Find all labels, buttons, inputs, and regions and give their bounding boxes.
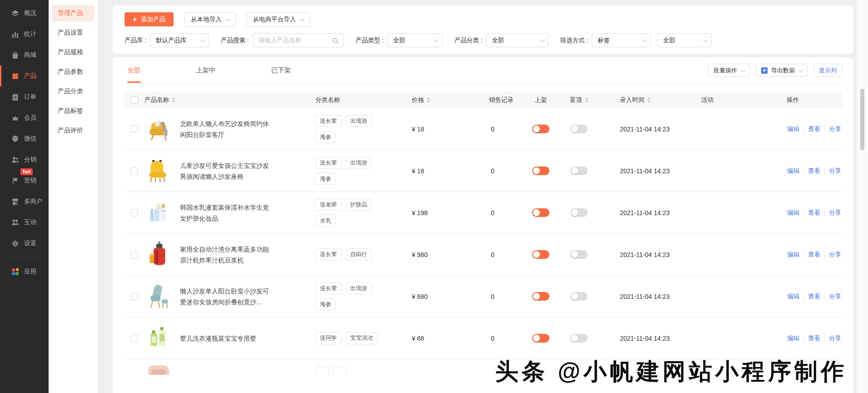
sidebar-item[interactable]: 多商户 — [0, 191, 49, 212]
export-icon — [761, 67, 768, 74]
submenu-item[interactable]: 管理产品 — [52, 5, 94, 21]
sidebar-item[interactable]: 应用 — [0, 261, 49, 282]
sidebar-item[interactable]: 设置 — [0, 233, 49, 254]
row-action-edit[interactable]: 编辑 — [787, 209, 799, 217]
submenu-item[interactable]: 产品参数 — [52, 64, 94, 80]
row-checkbox[interactable] — [131, 167, 138, 175]
library-select[interactable]: 默认产品库 — [150, 33, 209, 47]
row-action-view[interactable]: 查看 — [808, 334, 820, 343]
sidebar-item[interactable]: 统计 — [0, 24, 49, 45]
category-select[interactable]: 全部 — [486, 33, 549, 47]
column-header-pinned[interactable]: 置顶 — [560, 96, 598, 104]
submenu-item[interactable]: 产品评价 — [52, 122, 94, 139]
product-tags: 送同学宝宝清洁 — [298, 332, 394, 344]
on-shelf-toggle[interactable] — [532, 292, 549, 301]
row-action-share[interactable]: 分享 — [829, 251, 841, 259]
scrollbar-thumb[interactable] — [860, 89, 864, 150]
on-shelf-toggle[interactable] — [532, 250, 549, 259]
pinned-toggle[interactable] — [570, 166, 588, 175]
row-action-edit[interactable]: 编辑 — [787, 125, 799, 133]
submenu-item[interactable]: 产品设置 — [52, 25, 94, 41]
sidebar-item[interactable]: 会员 — [0, 107, 49, 128]
pinned-toggle[interactable] — [570, 334, 588, 343]
submenu-item[interactable]: 产品规格 — [52, 44, 94, 60]
row-checkbox[interactable] — [131, 335, 138, 342]
row-action-view[interactable]: 查看 — [808, 292, 820, 301]
on-shelf-toggle[interactable] — [532, 208, 549, 217]
filter-mode-select[interactable]: 标签 — [592, 33, 651, 47]
column-header-activity: 活动 — [696, 96, 773, 104]
row-checkbox[interactable] — [131, 293, 138, 300]
search-icon[interactable] — [332, 37, 339, 44]
filter-value-select[interactable]: 全部 — [657, 33, 712, 47]
sidebar-item[interactable]: 营销 hot — [0, 170, 49, 191]
column-header-price[interactable]: 价格 — [394, 96, 471, 104]
tabs: 全部 上架中 已下架 — [124, 58, 292, 83]
row-action-view[interactable]: 查看 — [808, 209, 820, 217]
pinned-toggle[interactable] — [570, 292, 588, 301]
entry-time: 2021-11-04 14:23 — [598, 251, 696, 258]
sidebar-item-label: 营销 — [24, 176, 36, 185]
mall-icon — [11, 51, 20, 60]
row-action-view[interactable]: 查看 — [808, 251, 820, 259]
product-tags: 送长辈出境游海参 — [298, 115, 394, 143]
sidebar-item[interactable]: 互动 — [0, 212, 49, 233]
sidebar-item[interactable]: 微信 — [0, 128, 49, 149]
tab[interactable]: 上架中 — [195, 58, 217, 83]
tab[interactable]: 全部 — [126, 58, 141, 83]
sidebar-item[interactable]: 概况 — [0, 3, 49, 24]
on-shelf-toggle[interactable] — [532, 166, 549, 175]
scrollbar-track[interactable] — [857, 0, 868, 393]
column-header-entry-time[interactable]: 录入时间 — [598, 96, 696, 104]
submenu-item[interactable]: 产品分类 — [52, 83, 94, 100]
sales-record: 0 — [471, 209, 522, 217]
add-product-label: 添加产品 — [141, 15, 165, 24]
add-product-button[interactable]: + 添加产品 — [125, 12, 174, 26]
row-action-share[interactable]: 分享 — [829, 292, 841, 301]
select-all-checkbox[interactable] — [131, 96, 138, 104]
sidebar-item[interactable]: 商城 — [0, 45, 49, 66]
row-action-edit[interactable]: 编辑 — [787, 334, 799, 343]
batch-actions-button[interactable]: 批量操作 — [708, 64, 750, 77]
yellow-armchair — [145, 115, 173, 143]
sidebar-item-label: 应用 — [24, 267, 36, 276]
column-header-on-shelf: 上架 — [522, 96, 560, 104]
row-action-view[interactable]: 查看 — [808, 125, 820, 133]
on-shelf-toggle[interactable] — [532, 334, 549, 343]
sidebar-item[interactable]: 产品 — [0, 66, 49, 86]
row-action-edit[interactable]: 编辑 — [787, 292, 799, 301]
export-data-button[interactable]: 导出数据 — [756, 64, 808, 77]
pinned-toggle[interactable] — [570, 250, 588, 259]
search-input[interactable] — [259, 37, 328, 44]
row-action-share[interactable]: 分享 — [829, 167, 841, 175]
sort-icon[interactable] — [585, 97, 589, 102]
hot-badge: hot — [20, 168, 33, 175]
row-action-share[interactable]: 分享 — [829, 209, 841, 217]
import-local-button[interactable]: 从本地导入 — [185, 12, 236, 26]
action-separator — [803, 252, 804, 257]
row-checkbox[interactable] — [131, 126, 138, 133]
sidebar-item[interactable]: 分销 — [0, 149, 49, 170]
row-action-view[interactable]: 查看 — [808, 167, 820, 175]
product-price: ¥ 18 — [394, 126, 471, 133]
row-checkbox[interactable] — [131, 251, 138, 258]
row-action-share[interactable]: 分享 — [829, 125, 841, 133]
row-action-edit[interactable]: 编辑 — [787, 251, 799, 259]
type-select[interactable]: 全部 — [387, 33, 443, 47]
import-platform-button[interactable]: 从电商平台导入 — [247, 12, 310, 26]
sort-icon[interactable] — [427, 97, 430, 102]
sort-icon[interactable] — [172, 97, 175, 102]
row-action-edit[interactable]: 编辑 — [787, 167, 799, 175]
pinned-toggle[interactable] — [570, 208, 588, 217]
tab[interactable]: 已下架 — [270, 58, 292, 83]
sort-icon[interactable] — [647, 97, 651, 102]
sidebar-item[interactable]: 订单 — [0, 86, 49, 107]
submenu-item[interactable]: 产品标签 — [52, 103, 94, 119]
pinned-toggle[interactable] — [570, 125, 588, 133]
show-columns-button[interactable]: 显示列 — [813, 64, 842, 77]
on-shelf-toggle[interactable] — [532, 125, 549, 133]
row-actions: 编辑查看分享 — [773, 209, 842, 217]
row-checkbox[interactable] — [131, 209, 138, 217]
row-action-share[interactable]: 分享 — [829, 334, 841, 343]
column-header-product-name[interactable]: 产品名称 — [145, 96, 298, 104]
